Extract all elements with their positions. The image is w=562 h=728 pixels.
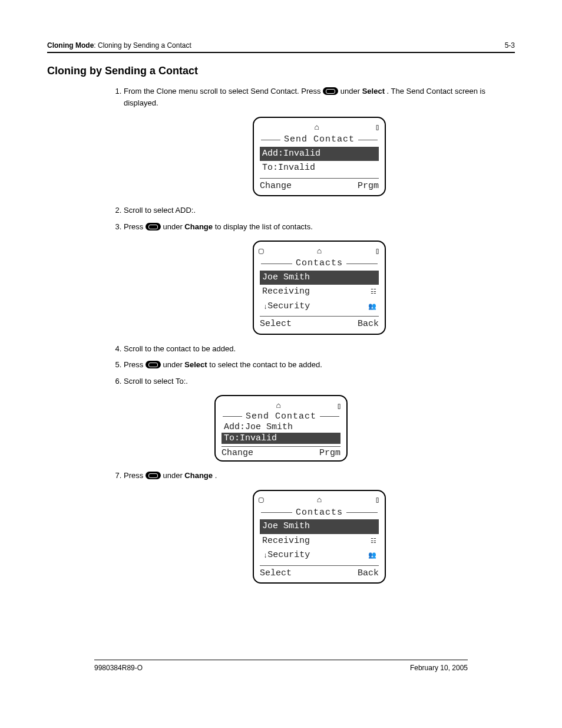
lcd3-title: Send Contact [242,411,320,421]
lcd-screen-contacts-2: ▢ ⌂ ▯ Contacts Joe Smith Receiving ☷ ↓ S… [253,490,386,584]
lcd1-softkey-right: Prgm [358,180,379,193]
step-7-text-b: under [163,471,184,480]
header-pagenum: 5-3 [505,41,515,50]
lcd2-row-2-text: Receiving [262,285,310,299]
person-icon: 👥 [368,302,376,312]
step-3-change-label: Change [184,222,213,231]
battery-icon: ▯ [375,121,380,134]
oval-button-icon [146,361,161,368]
step-3-text-a: Press [124,222,146,231]
page-title: Cloning by Sending a Contact [47,65,515,77]
lcd2-row-1: Joe Smith [260,271,379,285]
steps-list-2: Press under Change . ▢ ⌂ ▯ Contacts Joe … [112,470,515,584]
header-section-rest: : Cloning by Sending a Contact [94,41,191,50]
step-5-select-label: Select [184,360,207,369]
step-7-text-d: . [215,471,217,480]
step-1: From the Clone menu scroll to select Sen… [124,85,515,196]
oval-button-icon [146,223,161,230]
footer-docnum: 9980384R89-O [94,664,143,672]
lcd2-row-3: ↓ Security 👥 [257,299,381,314]
footer-date: February 10, 2005 [410,664,468,672]
home-icon: ⌂ [315,121,319,134]
down-arrow-icon: ↓ [263,551,267,561]
message-icon: ▢ [259,245,263,258]
oval-button-icon [323,87,338,95]
lcd4-row-3: ↓ Security 👥 [257,548,381,563]
header-section-bold: Cloning Mode [47,41,94,50]
person-icon: 👥 [368,551,376,561]
lcd-screen-contacts-1: ▢ ⌂ ▯ Contacts Joe Smith Receiving ☷ ↓ S… [253,241,386,335]
lcd2-softkey-right: Back [358,318,379,331]
lcd1-softkey-left: Change [260,180,292,193]
step-1-text-b: under [340,87,362,95]
lcd1-title: Send Contact [280,133,358,147]
lcd2-title: Contacts [292,257,346,271]
battery-icon: ▯ [337,401,342,411]
lcd1-row-to: To:Invalid [257,161,381,176]
lcd3-row-add: Add:Joe Smith [219,421,343,433]
step-7-change-label: Change [184,471,213,480]
step-3-text-d: to display the list of contacts. [215,222,313,231]
lcd2-row-3-text: Security [267,300,310,314]
step-5: Press under Select to select the contact… [124,359,515,371]
oval-button-icon [146,472,161,479]
steps-list: From the Clone menu scroll to select Sen… [112,85,515,387]
lcd4-row-3-text: Security [267,549,310,562]
step-3-text-b: under [163,222,184,231]
group-icon: ☷ [371,287,376,297]
battery-icon: ▯ [375,245,380,258]
step-4: Scroll to the contact to be added. [124,343,515,355]
lcd4-row-2-text: Receiving [262,535,310,548]
lcd4-softkey-left: Select [260,567,292,581]
step-7: Press under Change . ▢ ⌂ ▯ Contacts Joe … [124,470,515,584]
down-arrow-icon: ↓ [263,302,267,312]
lcd1-row-add: Add:Invalid [260,147,379,162]
home-icon: ⌂ [317,494,322,506]
step-3: Press under Change to display the list o… [124,221,515,335]
header-section: Cloning Mode: Cloning by Sending a Conta… [47,41,191,50]
home-icon: ⌂ [317,245,322,258]
step-1-text-a: From the Clone menu scroll to select Sen… [124,87,323,95]
battery-icon: ▯ [375,494,380,506]
lcd4-row-1: Joe Smith [260,519,379,534]
home-icon: ⌂ [276,401,281,410]
step-5-text-d: to select the contact to be added. [209,360,322,369]
step-5-text-a: Press [124,360,146,369]
step-2: Scroll to select ADD:. [124,205,515,216]
message-icon: ▢ [259,494,263,506]
step-1-select-label: Select [362,87,385,95]
lcd-screen-send-contact-2: ⌂ ▯ Send Contact Add:Joe Smith To:Invali… [214,395,348,462]
step-6: Scroll to select To:. [124,375,515,387]
lcd4-row-2: Receiving ☷ [257,534,381,549]
lcd-screen-send-contact-1: ⌂ ▯ Send Contact Add:Invalid To:Invalid … [253,117,386,196]
step-5-text-b: under [163,360,184,369]
lcd2-row-2: Receiving ☷ [257,285,381,299]
lcd3-row-to: To:Invalid [222,433,340,444]
lcd4-softkey-right: Back [358,567,379,581]
lcd3-softkey-left: Change [222,448,253,458]
page-header: Cloning Mode: Cloning by Sending a Conta… [47,41,515,53]
group-icon: ☷ [371,536,376,546]
lcd3-softkey-right: Prgm [319,448,340,458]
lcd2-softkey-left: Select [260,318,292,331]
lcd4-title: Contacts [292,506,346,520]
page-footer: 9980384R89-O February 10, 2005 [94,660,468,672]
step-7-text-a: Press [124,471,146,480]
